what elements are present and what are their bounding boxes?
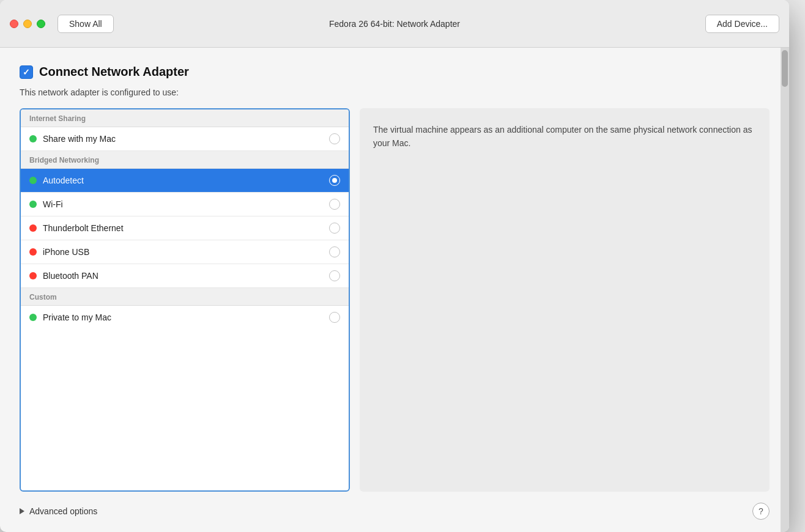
- adapter-header: ✓ Connect Network Adapter: [20, 65, 770, 79]
- radio-autodetect[interactable]: [329, 175, 340, 186]
- network-list-panel: Internet Sharing Share with my Mac Bridg…: [20, 108, 350, 492]
- radio-inner-iphone: [332, 249, 337, 254]
- checkbox-check-icon: ✓: [23, 67, 30, 77]
- network-item-share-mac[interactable]: Share with my Mac: [21, 127, 349, 151]
- status-dot-private: [29, 314, 37, 321]
- radio-inner-thunderbolt: [332, 226, 337, 231]
- adapter-title: Connect Network Adapter: [39, 65, 189, 79]
- network-item-autodetect[interactable]: Autodetect: [21, 169, 349, 193]
- section-header-custom: Custom: [21, 288, 349, 306]
- show-all-button[interactable]: Show All: [58, 15, 114, 33]
- connect-checkbox[interactable]: ✓: [20, 65, 33, 79]
- triangle-icon: [20, 508, 24, 514]
- advanced-options-label: Advanced options: [29, 506, 97, 516]
- close-button[interactable]: [10, 20, 18, 28]
- radio-inner-selected: [332, 178, 337, 183]
- scrollbar-thumb[interactable]: [782, 50, 788, 87]
- section-header-bridged: Bridged Networking: [21, 151, 349, 169]
- radio-inner-bluetooth: [332, 273, 337, 278]
- status-dot-iphone: [29, 248, 37, 256]
- item-label-bluetooth: Bluetooth PAN: [43, 271, 323, 281]
- description-panel: The virtual machine appears as an additi…: [360, 108, 770, 492]
- status-dot-green: [29, 135, 37, 142]
- radio-share-mac[interactable]: [329, 133, 340, 144]
- question-mark-icon: ?: [759, 506, 763, 516]
- network-item-private-mac[interactable]: Private to my Mac: [21, 306, 349, 329]
- radio-wifi[interactable]: [329, 199, 340, 210]
- radio-inner-private: [332, 315, 337, 320]
- item-label-wifi: Wi-Fi: [43, 199, 323, 209]
- scrollbar-track: [781, 48, 789, 532]
- item-label-iphone-usb: iPhone USB: [43, 247, 323, 257]
- radio-private-mac[interactable]: [329, 312, 340, 323]
- network-item-bluetooth[interactable]: Bluetooth PAN: [21, 264, 349, 288]
- status-dot-bluetooth: [29, 272, 37, 279]
- titlebar-title: Fedora 26 64-bit: Network Adapter: [329, 19, 460, 29]
- network-item-thunderbolt[interactable]: Thunderbolt Ethernet: [21, 216, 349, 240]
- radio-thunderbolt[interactable]: [329, 223, 340, 234]
- adapter-subtitle: This network adapter is configured to us…: [20, 87, 770, 97]
- traffic-lights: [10, 20, 45, 28]
- item-label-thunderbolt: Thunderbolt Ethernet: [43, 223, 323, 233]
- bottom-row: Advanced options ?: [20, 503, 770, 520]
- content-area: ✓ Connect Network Adapter This network a…: [0, 48, 789, 532]
- section-header-internet-sharing: Internet Sharing: [21, 109, 349, 127]
- help-button[interactable]: ?: [752, 503, 770, 520]
- network-item-iphone-usb[interactable]: iPhone USB: [21, 240, 349, 264]
- radio-iphone[interactable]: [329, 246, 340, 257]
- dialog-window: Show All Fedora 26 64-bit: Network Adapt…: [0, 0, 789, 532]
- network-item-wifi[interactable]: Wi-Fi: [21, 193, 349, 216]
- item-label-share-mac: Share with my Mac: [43, 134, 323, 144]
- maximize-button[interactable]: [37, 20, 45, 28]
- status-dot-autodetect: [29, 177, 37, 184]
- panels-row: Internet Sharing Share with my Mac Bridg…: [20, 108, 770, 492]
- item-label-private-mac: Private to my Mac: [43, 312, 323, 322]
- radio-bluetooth[interactable]: [329, 270, 340, 281]
- item-label-autodetect: Autodetect: [43, 175, 323, 185]
- advanced-options-toggle[interactable]: Advanced options: [20, 506, 97, 516]
- radio-inner-wifi: [332, 202, 337, 207]
- description-text: The virtual machine appears as an additi…: [373, 125, 752, 148]
- minimize-button[interactable]: [23, 20, 32, 28]
- status-dot-thunderbolt: [29, 224, 37, 232]
- add-device-button[interactable]: Add Device...: [705, 15, 779, 33]
- titlebar: Show All Fedora 26 64-bit: Network Adapt…: [0, 0, 789, 48]
- status-dot-wifi: [29, 201, 37, 208]
- radio-inner: [332, 136, 337, 141]
